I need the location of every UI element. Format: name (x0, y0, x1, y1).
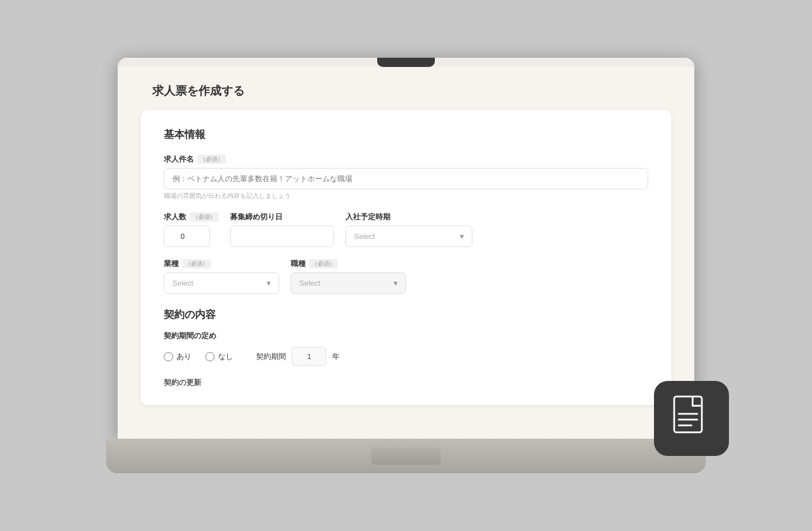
period-unit: 年 (332, 351, 340, 362)
form-card: 基本情報 求人件名 （必須） 職場の雰囲気が伝わる内容を記入しましょう 求 (141, 110, 671, 405)
industry-select[interactable]: Select (164, 272, 279, 294)
document-icon-svg (671, 395, 712, 442)
job-type-label: 職種 （必須） (291, 259, 406, 269)
contract-period-row: 契約期間の定め あり なし (164, 331, 648, 366)
job-title-hint: 職場の雰囲気が伝わる内容を記入しましょう (164, 192, 648, 200)
contract-period-group: 契約期間 年 (256, 347, 340, 366)
start-date-field-group: 入社予定時期 Select ▼ (345, 212, 472, 247)
job-type-required: （必須） (309, 259, 338, 268)
start-date-select[interactable]: Select (345, 226, 472, 247)
job-title-field-group: 求人件名 （必須） 職場の雰囲気が伝わる内容を記入しましょう (164, 154, 648, 200)
screen-content: 求人票を作成する 基本情報 求人件名 （必須） 職場の雰囲気が伝わる内容を記入し… (118, 67, 694, 439)
job-title-label: 求人件名 （必須） (164, 154, 648, 164)
job-title-input[interactable] (164, 168, 648, 189)
job-type-field-group: 職種 （必須） Select ▼ (291, 259, 406, 294)
laptop-base (106, 439, 706, 473)
trackpad (371, 447, 441, 465)
radio-yes-input[interactable] (164, 352, 173, 361)
deadline-label: 募集締め切り日 (230, 212, 334, 222)
document-icon-float (654, 381, 729, 456)
radio-no-label: なし (218, 351, 233, 362)
radio-no[interactable]: なし (205, 351, 233, 362)
job-type-select[interactable]: Select (291, 272, 406, 294)
headcount-required: （必須） (190, 212, 219, 222)
headcount-field-group: 求人数 （必須） (164, 212, 219, 247)
period-years-input[interactable] (292, 347, 326, 366)
radio-yes-label: あり (176, 351, 191, 362)
deadline-input[interactable] (230, 226, 334, 247)
start-date-label: 入社予定時期 (345, 212, 472, 222)
deadline-field-group: 募集締め切り日 (230, 212, 334, 247)
renewal-label: 契約の更新 (164, 375, 648, 388)
radio-yes[interactable]: あり (164, 351, 191, 362)
camera-notch (377, 58, 435, 67)
basic-section-title: 基本情報 (164, 128, 648, 141)
contract-section-title: 契約の内容 (164, 308, 648, 321)
laptop-screen: 求人票を作成する 基本情報 求人件名 （必須） 職場の雰囲気が伝わる内容を記入し… (118, 58, 694, 439)
job-type-select-wrapper: Select ▼ (291, 272, 406, 294)
industry-required: （必須） (182, 259, 211, 268)
page-title-area: 求人票を作成する (118, 67, 694, 110)
industry-field-group: 業種 （必須） Select ▼ (164, 259, 279, 294)
row-headcount-deadline-startdate: 求人数 （必須） 募集締め切り日 入社予定時期 (164, 212, 648, 247)
industry-select-wrapper: Select ▼ (164, 272, 279, 294)
contract-period-label: 契約期間の定め (164, 331, 648, 341)
start-date-select-wrapper: Select ▼ (345, 226, 472, 247)
headcount-label: 求人数 （必須） (164, 212, 219, 222)
radio-no-input[interactable] (205, 352, 215, 361)
headcount-input[interactable] (164, 226, 210, 247)
radio-group-period: あり なし (164, 351, 233, 362)
row-industry-jobtype: 業種 （必須） Select ▼ 職種 (164, 259, 648, 294)
page-title: 求人票を作成する (152, 83, 660, 99)
industry-label: 業種 （必須） (164, 259, 279, 269)
period-label: 契約期間 (256, 351, 286, 362)
job-title-required: （必須） (197, 155, 226, 164)
